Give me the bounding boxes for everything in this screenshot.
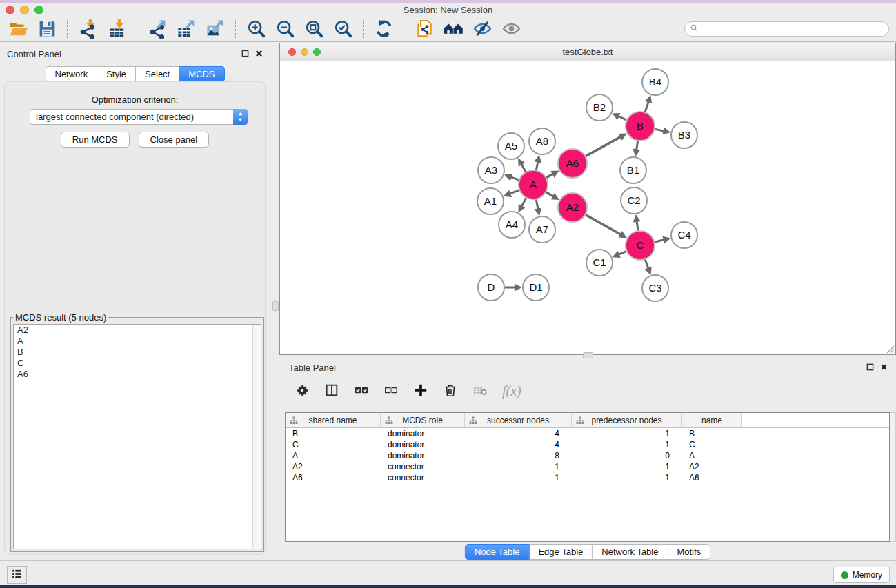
add-column-button[interactable] [413, 383, 428, 400]
graph-node-C3[interactable]: C3 [642, 275, 668, 301]
close-panel-icon[interactable] [255, 50, 263, 57]
close-panel-button[interactable]: Close panel [139, 132, 210, 148]
import-table-button[interactable] [102, 19, 131, 41]
column-header-MCDS-role[interactable]: MCDS role [381, 413, 465, 427]
export-network-button[interactable] [143, 19, 172, 41]
graph-node-A[interactable]: A [519, 170, 548, 199]
mcds-result-item[interactable]: A6 [14, 369, 261, 380]
delete-table-button[interactable] [472, 383, 488, 400]
graph-edge-A-A6[interactable] [546, 174, 553, 177]
graph-edge-C-C3[interactable] [645, 260, 648, 269]
table-cell[interactable]: 1 [465, 462, 572, 472]
table-cell[interactable]: dominator [381, 429, 465, 438]
table-cell[interactable]: dominator [381, 451, 465, 460]
graph-node-A7[interactable]: A7 [529, 216, 555, 243]
table-row[interactable]: Bdominator41B [286, 428, 889, 439]
table-cell[interactable]: A2 [286, 462, 381, 472]
tab-network[interactable]: Network [45, 66, 97, 82]
optimization-criterion-select[interactable]: largest connected component (directed) [30, 109, 248, 125]
table-cell[interactable]: B [682, 429, 742, 438]
tab-style[interactable]: Style [97, 66, 136, 82]
save-session-button[interactable] [32, 19, 61, 41]
mcds-result-item[interactable]: B [14, 347, 261, 358]
mcds-result-item[interactable]: A [14, 336, 261, 347]
graph-node-B2[interactable]: B2 [586, 94, 613, 121]
minimize-window-button[interactable] [20, 6, 29, 14]
zoom-selected-button[interactable] [328, 19, 357, 41]
table-scrollbar[interactable] [890, 412, 896, 542]
graph-edge-B-B3[interactable] [655, 129, 664, 131]
tab-select[interactable]: Select [136, 66, 179, 82]
table-cell[interactable]: 1 [465, 473, 572, 483]
network-minimize-button[interactable] [301, 48, 308, 56]
zoom-fit-button[interactable] [299, 19, 328, 41]
open-file-button[interactable] [3, 19, 32, 41]
graph-edge-A-A1[interactable] [510, 190, 519, 194]
table-cell[interactable]: 4 [465, 440, 572, 449]
vertical-split-handle[interactable] [272, 301, 279, 311]
run-mcds-button[interactable]: Run MCDS [61, 132, 130, 148]
tab-edge-table[interactable]: Edge Table [529, 544, 593, 560]
zoom-in-button[interactable] [241, 19, 270, 41]
export-image-button[interactable] [201, 19, 230, 41]
graph-node-D[interactable]: D [478, 274, 504, 301]
close-table-panel-icon[interactable] [880, 363, 888, 371]
graph-edge-A-A5[interactable] [521, 164, 526, 172]
graph-node-A3[interactable]: A3 [478, 157, 504, 183]
graph-edge-A6-B[interactable] [586, 136, 621, 156]
table-settings-button[interactable] [295, 383, 310, 400]
graph-edge-B-B2[interactable] [618, 116, 626, 120]
graph-edge-A-A3[interactable] [510, 177, 519, 180]
column-header-successor-nodes[interactable]: successor nodes [465, 413, 572, 427]
table-cell[interactable]: B [286, 429, 381, 438]
table-cell[interactable]: 1 [572, 429, 682, 438]
table-cell[interactable]: C [286, 440, 381, 449]
graph-node-B1[interactable]: B1 [620, 157, 646, 183]
network-close-button[interactable] [288, 48, 296, 56]
column-visibility-button[interactable] [324, 383, 339, 400]
graph-node-A8[interactable]: A8 [529, 128, 555, 154]
graph-node-B4[interactable]: B4 [642, 69, 668, 95]
import-network-button[interactable] [73, 19, 102, 41]
tab-motifs[interactable]: Motifs [668, 544, 710, 560]
mcds-result-item[interactable]: C [14, 358, 261, 369]
float-table-panel-icon[interactable] [866, 363, 874, 371]
window-resize-grip[interactable] [884, 343, 895, 354]
graph-node-A4[interactable]: A4 [499, 212, 525, 238]
table-row[interactable]: Cdominator41C [286, 439, 889, 450]
table-cell[interactable]: connector [381, 462, 465, 472]
table-cell[interactable]: A [286, 451, 381, 460]
graph-node-D1[interactable]: D1 [523, 274, 549, 301]
graph-edge-C-C4[interactable] [655, 240, 664, 242]
task-history-button[interactable] [7, 566, 27, 584]
graph-edge-A-A7[interactable] [536, 200, 538, 210]
function-builder-button[interactable]: f(x) [502, 383, 521, 399]
table-cell[interactable]: 4 [465, 429, 572, 438]
graph-node-A5[interactable]: A5 [498, 133, 524, 159]
graph-edge-C-C1[interactable] [619, 252, 626, 255]
memory-button[interactable]: Memory [833, 567, 890, 583]
graph-node-A1[interactable]: A1 [477, 188, 504, 214]
graph-node-C[interactable]: C [626, 231, 655, 260]
select-all-button[interactable] [354, 383, 369, 400]
float-panel-icon[interactable] [241, 50, 249, 57]
table-row[interactable]: A6connector11A6 [286, 472, 889, 483]
result-list-scrollbar[interactable] [252, 325, 261, 549]
search-box[interactable] [684, 21, 889, 37]
table-cell[interactable]: 1 [572, 440, 682, 449]
graph-node-C2[interactable]: C2 [621, 187, 647, 214]
network-zoom-button[interactable] [313, 48, 321, 56]
mcds-result-item[interactable]: A2 [14, 325, 261, 336]
graph-node-B3[interactable]: B3 [671, 122, 697, 148]
table-cell[interactable]: 1 [572, 473, 682, 483]
show-panels-button[interactable] [497, 19, 526, 41]
graph-node-B[interactable]: B [626, 112, 655, 141]
graph-edge-A-A8[interactable] [536, 161, 538, 170]
table-cell[interactable]: 0 [572, 451, 682, 460]
table-cell[interactable]: dominator [381, 440, 465, 449]
deselect-all-button[interactable] [384, 383, 399, 400]
table-cell[interactable]: C [682, 440, 742, 449]
table-cell[interactable]: A2 [682, 462, 742, 472]
network-graph-canvas[interactable]: AA1A2A3A4A5A6A7A8BB1B2B3B4CC1C2C3C4DD1 [280, 61, 895, 354]
graph-node-C1[interactable]: C1 [586, 250, 613, 276]
